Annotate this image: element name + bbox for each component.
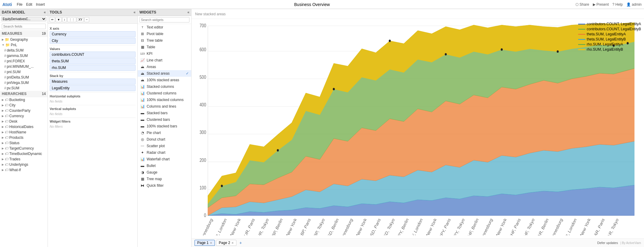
gamma-sum-label: gamma.SUM: [7, 54, 28, 58]
widget-areas[interactable]: ⛰ Areas: [138, 64, 191, 70]
widget-tree-table[interactable]: ⊟ Tree table: [138, 37, 191, 44]
widget-quick-filter[interactable]: ⧓ Quick filter: [138, 182, 191, 189]
search-fields-input[interactable]: [2, 24, 46, 29]
widget-table[interactable]: ▦ Table: [138, 44, 191, 50]
chart-footer: Page 1 ✕ Page 2 ✕ + Defer updates | By A…: [192, 238, 644, 247]
stacked-columns-label: Stacked columns: [147, 85, 174, 89]
share-button[interactable]: ⬡ Share: [575, 2, 589, 7]
hostname-hier[interactable]: ▶ 🏷 HostName: [0, 129, 48, 135]
xaxis-currency-tag[interactable]: Currency: [50, 31, 136, 37]
pencil-tool[interactable]: ✏: [50, 17, 55, 22]
data-model-scroll[interactable]: MEASURES 19 ▶ 📁 Geography ▼ 📁 PnL # delt…: [0, 31, 48, 247]
widget-stacked-columns[interactable]: 📊 Stacked columns: [138, 83, 191, 90]
rho-sum-tag[interactable]: rho.SUM: [50, 65, 136, 71]
bucketing-hier[interactable]: ▶ 🏷 Bucketing: [0, 97, 48, 103]
widget-bullet[interactable]: ▬ Bullet: [138, 162, 191, 169]
menu-edit[interactable]: Edit: [26, 2, 32, 7]
historicaldates-hier[interactable]: ▶ 🏷 HistoricalDates: [0, 124, 48, 129]
widget-stacked-areas[interactable]: ⛰ Stacked areas ✓: [138, 70, 191, 77]
widget-100-stacked-columns[interactable]: 📊 100% stacked columns: [138, 97, 191, 103]
data-model-panel: DATA MODEL « EquityDerivativesC... MEASU…: [0, 9, 48, 247]
widget-clustered-bars[interactable]: ▬ Clustered bars: [138, 116, 191, 123]
contributors-count-tag[interactable]: contributors.COUNT: [50, 52, 136, 58]
widget-search-input[interactable]: [139, 17, 189, 22]
folder-icon: 📁: [5, 37, 9, 42]
widget-tree-map[interactable]: ▦ Tree map: [138, 176, 191, 182]
currency-hier[interactable]: ▶ 🏷 Currency: [0, 113, 48, 119]
collapse-widgets[interactable]: «: [187, 10, 189, 14]
tree-map-icon: ▦: [140, 177, 145, 181]
timebucket-hier[interactable]: ▶ 🏷 TimeBucketDynamic: [0, 151, 48, 156]
data-source-select[interactable]: EquityDerivativesC...: [1, 17, 46, 21]
menu-insert[interactable]: Insert: [36, 2, 45, 7]
underlyings-hier[interactable]: ▶ 🏷 Underlyings: [0, 162, 48, 167]
widget-stacked-bars[interactable]: ▬ Stacked bars: [138, 110, 191, 116]
products-hier[interactable]: ▶ 🏷 Products: [0, 135, 48, 140]
status-label: Status: [9, 141, 19, 145]
present-button[interactable]: ▶ Present: [593, 2, 609, 7]
svg-text:0: 0: [204, 213, 206, 218]
svg-text:EUR, London: EUR, London: [212, 217, 228, 235]
defer-updates-button[interactable]: Defer updates: [597, 241, 618, 245]
widget-gauge[interactable]: ◑ Gauge: [138, 169, 191, 176]
pnl-sum-field[interactable]: # pnl.SUM: [0, 69, 48, 75]
city-hier[interactable]: ▶ 🏷 City: [0, 103, 48, 108]
widget-pivot-table[interactable]: ⊞ Pivot table: [138, 31, 191, 37]
gauge-icon: ◑: [140, 171, 145, 174]
widget-kpi[interactable]: 123 KPI: [138, 50, 191, 57]
pnl-forex-field[interactable]: # pnl.FOREX: [0, 58, 48, 64]
whatif-hier[interactable]: ▶ 🏷 What-If: [0, 167, 48, 173]
widget-100-stacked-bars[interactable]: ▬ 100% stacked bars: [138, 123, 191, 129]
admin-button[interactable]: 👤 admin: [626, 2, 642, 7]
page2-close[interactable]: ✕: [231, 241, 234, 245]
counterparty-hier[interactable]: ▶ 🏷 CounterParty: [0, 108, 48, 113]
pnldelta-sum-field[interactable]: # pnlDelta.SUM: [0, 75, 48, 80]
widget-waterfall-chart[interactable]: 📊 Waterfall chart: [138, 156, 191, 162]
pv-sum-field[interactable]: # pv.SUM: [0, 85, 48, 91]
hierarchies-count: 14: [42, 92, 46, 96]
theta-sum-tag[interactable]: theta.SUM: [50, 58, 136, 64]
widget-clustered-columns[interactable]: 📊 Clustered columns: [138, 90, 191, 97]
pnl-sum-label: pnl.SUM: [7, 70, 21, 74]
menu-file[interactable]: File: [17, 2, 22, 7]
page1-tab[interactable]: Page 1 ✕: [195, 240, 215, 246]
columns-tool[interactable]: ⋮⋮: [67, 17, 76, 22]
widget-text-editor[interactable]: T Text editor: [138, 24, 191, 31]
desk-hier[interactable]: ▶ 🏷 Desk: [0, 119, 48, 124]
add-page-button[interactable]: +: [238, 240, 244, 246]
collapse-tools[interactable]: «: [133, 10, 136, 14]
xaxis-label: X axis: [50, 27, 136, 30]
clustered-bars-label: Clustered bars: [147, 118, 170, 122]
widget-pie-chart[interactable]: ◔ Pie chart: [138, 129, 191, 136]
page2-tab[interactable]: Page 2 ✕: [216, 240, 236, 246]
geography-group[interactable]: ▶ 📁 Geography: [0, 37, 48, 42]
targetcurrency-hier[interactable]: ▶ 🏷 TargetCurrency: [0, 146, 48, 151]
stackby-measures-tag[interactable]: Measures: [50, 79, 136, 85]
widget-columns-lines[interactable]: 📊 Columns and lines: [138, 103, 191, 110]
sort-tool[interactable]: ↕: [62, 17, 67, 22]
help-button[interactable]: ? Help: [612, 2, 623, 7]
trades-hier[interactable]: ▶ 🏷 Trades: [0, 156, 48, 162]
widget-scatter-plot[interactable]: ⋯ Scatter plot: [138, 143, 191, 149]
gamma-sum-field[interactable]: # gamma.SUM: [0, 53, 48, 58]
pnl-group[interactable]: ▼ 📁 PnL: [0, 42, 48, 48]
page-title: Business Overview: [48, 2, 575, 7]
filter-tool[interactable]: ▼: [56, 17, 62, 22]
xaxis-city-tag[interactable]: City: [50, 38, 136, 44]
xy-tool[interactable]: XY: [77, 17, 84, 22]
page1-close[interactable]: ✕: [210, 241, 212, 245]
widget-radar-chart[interactable]: ✦ Radar chart: [138, 149, 191, 156]
minus-tool[interactable]: −: [84, 17, 89, 22]
widget-line-chart[interactable]: 📈 Line chart: [138, 57, 191, 64]
collapse-data-model[interactable]: «: [44, 10, 46, 14]
stackby-legalentity-tag[interactable]: LegalEntity: [50, 85, 136, 91]
delta-sum-field[interactable]: # delta.SUM: [0, 48, 48, 53]
horiz-subplots-label: Horizontal subplots: [50, 94, 136, 98]
pnl-minimum-field[interactable]: # pnl.MINIMUM_...: [0, 64, 48, 69]
svg-point-22: [221, 185, 223, 187]
status-hier[interactable]: ▶ 🏷 Status: [0, 140, 48, 146]
pnlvega-sum-field[interactable]: # pnlVega.SUM: [0, 80, 48, 85]
widget-100-stacked-areas[interactable]: ⛰ 100% stacked areas: [138, 77, 191, 83]
legend-label-4: theta.SUM, LegalEntityB: [587, 37, 626, 41]
widget-donut-chart[interactable]: ◎ Donut chart: [138, 136, 191, 143]
